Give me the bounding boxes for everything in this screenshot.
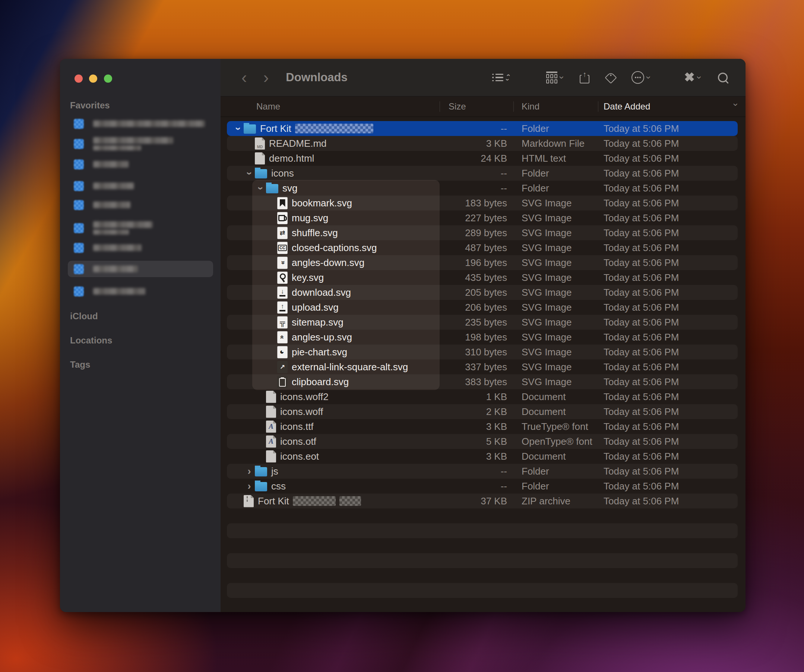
table-row[interactable]: ›↓download.svg205 bytesSVG ImageToday at…: [227, 285, 738, 300]
file-name: mug.svg: [292, 212, 328, 224]
folder-icon: [255, 482, 267, 491]
table-row[interactable]: ›Aicons.ttf3 KBTrueType® fontToday at 5:…: [227, 419, 738, 434]
file-kind: Document: [512, 451, 598, 462]
table-row[interactable]: ›icons.woff21 KBDocumentToday at 5:06 PM: [227, 389, 738, 404]
column-divider[interactable]: [598, 101, 598, 112]
table-row[interactable]: ›demo.html24 KBHTML textToday at 5:06 PM: [227, 151, 738, 166]
table-row[interactable]: ›css--FolderToday at 5:06 PM: [227, 479, 738, 494]
disclosure-chevron-icon[interactable]: ›: [245, 481, 253, 491]
folder-icon: [255, 169, 267, 178]
file-kind: Markdown File: [512, 138, 598, 149]
sidebar-item-favorite[interactable]: [68, 135, 213, 152]
dropbox-button[interactable]: ›: [650, 73, 701, 82]
minimize-button[interactable]: [89, 75, 97, 83]
sidebar-section-icloud[interactable]: iCloud: [70, 311, 98, 321]
file-size: 1 KB: [440, 391, 512, 403]
file-name: key.svg: [292, 272, 324, 284]
table-row[interactable]: ›↗external-link-square-alt.svg337 bytesS…: [227, 359, 738, 374]
sidebar-item-label: [93, 221, 153, 228]
table-row[interactable]: ›Fort Kit--FolderToday at 5:06 PM: [227, 121, 738, 136]
table-row[interactable]: ›╦sitemap.svg235 bytesSVG ImageToday at …: [227, 315, 738, 329]
file-size: 2 KB: [440, 406, 512, 418]
table-row[interactable]: ›«angles-up.svg198 bytesSVG ImageToday a…: [227, 329, 738, 344]
table-row[interactable]: ›Fort Kit37 KBZIP archiveToday at 5:06 P…: [227, 494, 738, 509]
file-date-added: Today at 5:06 PM: [598, 272, 738, 284]
table-row[interactable]: ›Aicons.otf5 KBOpenType® fontToday at 5:…: [227, 434, 738, 449]
sidebar-item-favorite[interactable]: [68, 156, 213, 173]
mug-icon: [277, 212, 288, 224]
disclosure-chevron-icon[interactable]: ›: [256, 184, 266, 192]
file-name: Fort Kit: [260, 123, 291, 134]
column-header-kind[interactable]: Kind: [521, 101, 539, 112]
file-size: 289 bytes: [440, 227, 512, 239]
sidebar-item-label: [93, 183, 134, 189]
file-kind: Folder: [512, 183, 598, 194]
file-kind: SVG Image: [512, 361, 598, 373]
file-name: Fort Kit: [258, 496, 289, 507]
view-sort-button[interactable]: ››: [492, 73, 509, 82]
sidebar-item-favorite[interactable]: [68, 178, 213, 194]
sidebar-item-favorite[interactable]: [68, 283, 213, 300]
sidebar-item-favorite[interactable]: [68, 240, 213, 256]
disclosure-chevron-icon[interactable]: ›: [233, 124, 243, 133]
group-icon: [546, 72, 557, 83]
disclosure-chevron-icon[interactable]: ›: [245, 466, 253, 476]
toolbar: ‹ › Downloads ›› › ↑: [221, 59, 745, 96]
table-row[interactable]: ›icons.eot3 KBDocumentToday at 5:06 PM: [227, 449, 738, 464]
folder-icon: [74, 264, 84, 274]
file-name: download.svg: [292, 287, 351, 298]
close-button[interactable]: [75, 75, 83, 83]
table-row[interactable]: ›↑upload.svg206 bytesSVG ImageToday at 5…: [227, 300, 738, 315]
file-name: closed-captions.svg: [292, 242, 377, 254]
sidebar-item-favorite[interactable]: [68, 197, 213, 213]
window-title: Downloads: [286, 71, 347, 84]
table-row[interactable]: ›bookmark.svg183 bytesSVG ImageToday at …: [227, 196, 738, 210]
file-date-added: Today at 5:06 PM: [598, 302, 738, 313]
sidebar-section-tags[interactable]: Tags: [70, 359, 90, 370]
share-button[interactable]: ↑: [563, 72, 589, 83]
group-button[interactable]: ›: [509, 72, 563, 83]
file-size: 206 bytes: [440, 302, 512, 313]
table-row[interactable]: ›clipboard.svg383 bytesSVG ImageToday at…: [227, 374, 738, 389]
column-header-name[interactable]: Name: [257, 101, 280, 112]
sort-direction-chevron-icon[interactable]: ›: [730, 103, 741, 106]
table-row[interactable]: ›icons.woff2 KBDocumentToday at 5:06 PM: [227, 404, 738, 419]
redacted-text: [293, 496, 336, 506]
file-icon: [255, 152, 265, 165]
back-icon[interactable]: ‹: [242, 69, 247, 86]
file-date-added: Today at 5:06 PM: [598, 242, 738, 254]
sidebar-section-locations[interactable]: Locations: [70, 335, 112, 346]
empty-row-stripe: [227, 509, 738, 524]
column-header-date-added[interactable]: Date Added: [603, 101, 650, 112]
sidebar-item-favorite[interactable]: [68, 116, 213, 132]
sidebar-item-favorite[interactable]: [68, 220, 213, 236]
more-button[interactable]: ›: [615, 71, 650, 84]
table-row[interactable]: ›key.svg435 bytesSVG ImageToday at 5:06 …: [227, 270, 738, 285]
column-divider[interactable]: [440, 101, 440, 112]
table-row[interactable]: ›CCclosed-captions.svg487 bytesSVG Image…: [227, 240, 738, 255]
clipboard-icon: [277, 376, 288, 388]
sidebar-item-favorite[interactable]: [68, 261, 213, 277]
tag-button[interactable]: [589, 73, 615, 82]
file-size: 235 bytes: [440, 316, 512, 328]
disclosure-chevron-icon[interactable]: ›: [244, 169, 255, 177]
search-button[interactable]: [701, 73, 728, 82]
table-row[interactable]: ›js--FolderToday at 5:06 PM: [227, 464, 738, 479]
table-row[interactable]: ›svg--FolderToday at 5:06 PM: [227, 181, 738, 196]
file-name: css: [271, 481, 286, 492]
column-header-size[interactable]: Size: [449, 101, 466, 112]
table-row[interactable]: ›«angles-down.svg196 bytesSVG ImageToday…: [227, 255, 738, 270]
table-row[interactable]: ›◕pie-chart.svg310 bytesSVG ImageToday a…: [227, 344, 738, 359]
zoom-button[interactable]: [104, 75, 112, 83]
file-date-added: Today at 5:06 PM: [598, 227, 738, 239]
table-row[interactable]: ›icons--FolderToday at 5:06 PM: [227, 166, 738, 181]
column-divider[interactable]: [513, 101, 514, 112]
file-kind: Folder: [512, 168, 598, 179]
upload-icon: ↑: [277, 301, 288, 314]
file-icon: [266, 450, 276, 463]
forward-icon[interactable]: ›: [263, 69, 269, 86]
table-row[interactable]: ›MDREADME.md3 KBMarkdown FileToday at 5:…: [227, 136, 738, 151]
file-name: icons.woff: [280, 406, 323, 418]
table-row[interactable]: ›⇄shuffle.svg289 bytesSVG ImageToday at …: [227, 225, 738, 240]
table-row[interactable]: ›mug.svg227 bytesSVG ImageToday at 5:06 …: [227, 210, 738, 225]
